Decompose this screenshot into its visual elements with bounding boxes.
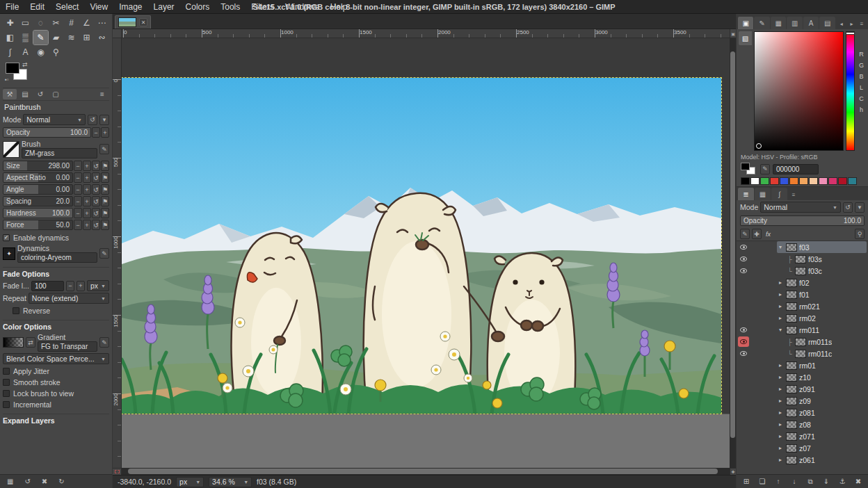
vertical-scrollbar[interactable] <box>730 38 736 468</box>
paintbrush-tool-icon[interactable]: ✎ <box>33 31 48 44</box>
hardness-plus-button[interactable]: + <box>83 208 91 218</box>
spacing-reset-button[interactable]: ↺ <box>92 196 100 206</box>
tab-device-status[interactable]: ▤ <box>18 89 32 99</box>
move-tool-icon[interactable]: ✚ <box>3 16 17 30</box>
layer-row[interactable]: └rm011c <box>737 348 868 359</box>
expander-closed-icon[interactable]: ▸ <box>777 303 784 309</box>
navigation-button[interactable]: ✚ <box>730 468 736 475</box>
layer-row[interactable]: ▸z07 <box>737 442 868 454</box>
apply-jitter-checkbox[interactable]: Apply Jitter <box>3 366 109 376</box>
blend-color-space-select[interactable]: Blend Color Space Perce...▼ <box>3 353 109 364</box>
crop-tool-icon[interactable]: # <box>64 16 79 30</box>
layer-row[interactable]: ├rm011s <box>737 336 868 348</box>
menu-item-layer[interactable]: Layer <box>148 1 180 13</box>
menu-item-image[interactable]: Image <box>113 1 147 13</box>
fg-bg-mini-widget[interactable] <box>741 163 757 175</box>
zoom-tool-icon[interactable]: ⚲ <box>49 45 63 59</box>
expander-closed-icon[interactable]: ▸ <box>777 315 784 321</box>
unit-select[interactable]: px▼ <box>176 477 204 487</box>
expander-open-icon[interactable]: ▾ <box>777 327 784 333</box>
brush-thumbnail[interactable] <box>3 141 19 158</box>
eye-empty-cell[interactable] <box>738 431 749 441</box>
layer-row[interactable]: ▸f02 <box>737 277 868 288</box>
brush-name[interactable]: ZM-grass <box>22 148 97 158</box>
layer-row[interactable]: ▸z08 <box>737 418 868 430</box>
zoom-follow-window-button[interactable]: ▣ <box>730 29 736 38</box>
search-icon[interactable]: ⚲ <box>855 229 865 239</box>
hardness-minus-button[interactable]: − <box>74 208 82 218</box>
horizontal-scrollbar-thumb[interactable] <box>128 469 718 474</box>
expander-closed-icon[interactable]: ▸ <box>777 398 784 404</box>
reset-tool-options-icon[interactable]: ↻ <box>58 478 64 485</box>
anchor-layer-icon[interactable]: ⚓ <box>836 476 849 487</box>
layer-row[interactable]: ▸z091 <box>737 383 868 395</box>
airbrush-tool-icon[interactable]: ≋ <box>64 31 79 44</box>
layer-mode-switch-icon[interactable]: ▾ <box>855 202 865 213</box>
palette-swatch[interactable] <box>770 177 779 185</box>
palette-swatch[interactable] <box>750 177 760 185</box>
reverse-checkbox[interactable]: Reverse <box>13 305 109 316</box>
aspect-ratio-link-icon[interactable]: ⚑ <box>101 172 109 183</box>
layer-mode-select[interactable]: Normal▼ <box>760 202 841 213</box>
tab-paths[interactable]: ∫ <box>771 188 787 200</box>
channel-button-l[interactable]: L <box>857 84 866 93</box>
dock-nav-left-icon[interactable]: ◂ <box>837 18 846 29</box>
menu-item-view[interactable]: View <box>84 1 113 13</box>
color-selector-tab[interactable]: ▧ <box>739 31 752 45</box>
eye-empty-cell[interactable] <box>738 372 749 382</box>
aspect-ratio-reset-button[interactable]: ↺ <box>92 172 100 183</box>
force-reset-button[interactable]: ↺ <box>92 220 100 230</box>
lower-layer-icon[interactable]: ↓ <box>788 476 801 487</box>
options-menu-icon[interactable]: ≡ <box>95 89 109 99</box>
new-layer-icon[interactable]: ⊞ <box>740 476 753 487</box>
layer-row[interactable]: ▸z081 <box>737 407 868 418</box>
hue-strip[interactable] <box>846 31 855 151</box>
spacing-minus-button[interactable]: − <box>74 196 82 206</box>
angle-link-icon[interactable]: ⚑ <box>101 184 109 195</box>
smudge-tool-icon[interactable]: ∾ <box>95 31 109 44</box>
opacity-slider[interactable]: Opacity 100.0 <box>3 127 91 138</box>
layer-row[interactable]: ▸rm02 <box>737 312 868 324</box>
eye-icon[interactable] <box>738 336 749 347</box>
eraser-tool-icon[interactable]: ▰ <box>49 31 63 44</box>
eye-icon[interactable] <box>738 325 749 335</box>
tab-images[interactable]: ▢ <box>49 89 63 99</box>
delete-layer-icon[interactable]: ✖ <box>852 476 865 487</box>
layer-row[interactable]: ▾rm011 <box>737 324 868 336</box>
force-link-icon[interactable]: ⚑ <box>101 220 109 230</box>
palette-swatch[interactable] <box>799 177 808 185</box>
clone-tool-icon[interactable]: ⊞ <box>79 31 94 44</box>
hardness-link-icon[interactable]: ⚑ <box>101 208 109 218</box>
restore-tool-preset-icon[interactable]: ↺ <box>24 478 30 485</box>
size-minus-button[interactable]: − <box>74 161 82 171</box>
tab-document-history[interactable]: ▤ <box>819 17 835 29</box>
layer-row[interactable]: ├f03s <box>737 253 868 265</box>
measure-tool-icon[interactable]: ∠ <box>79 16 94 30</box>
quick-mask-button[interactable] <box>113 468 122 475</box>
hardness-reset-button[interactable]: ↺ <box>92 208 100 218</box>
tab-channels[interactable]: ▦ <box>755 188 771 200</box>
fg-bg-color-widget[interactable]: ⇄ ▪▫ <box>6 63 33 85</box>
aspect-ratio-plus-button[interactable]: + <box>83 172 91 183</box>
expander-closed-icon[interactable]: ▸ <box>777 421 784 428</box>
hex-color-input[interactable]: 000000 <box>773 164 819 174</box>
channel-button-c[interactable]: C <box>857 95 866 104</box>
size-reset-button[interactable]: ↺ <box>92 161 100 171</box>
eye-empty-cell[interactable] <box>738 277 749 288</box>
fade-minus-button[interactable]: − <box>66 281 74 291</box>
bucket-fill-tool-icon[interactable]: ◧ <box>3 31 17 44</box>
vertical-ruler[interactable]: 0500100015002000 <box>113 38 122 468</box>
palette-swatch[interactable] <box>809 177 818 185</box>
enable-dynamics-checkbox[interactable]: ✓ Enable dynamics <box>3 232 109 243</box>
size-link-icon[interactable]: ⚑ <box>101 161 109 171</box>
expander-closed-icon[interactable]: ▸ <box>777 279 784 286</box>
tab-tool-options[interactable]: ⚒ <box>3 89 17 99</box>
fg-color-swatch[interactable] <box>6 63 19 74</box>
expander-open-icon[interactable]: ▾ <box>777 244 784 250</box>
dynamics-thumbnail[interactable]: ✦ <box>3 247 15 260</box>
canvas-artwork[interactable] <box>122 78 721 414</box>
layer-row[interactable]: ▸z10 <box>737 371 868 383</box>
new-layer-group-icon[interactable]: ❏ <box>756 476 769 487</box>
text-tool-icon[interactable]: A <box>18 45 33 59</box>
angle-plus-button[interactable]: + <box>83 184 91 195</box>
